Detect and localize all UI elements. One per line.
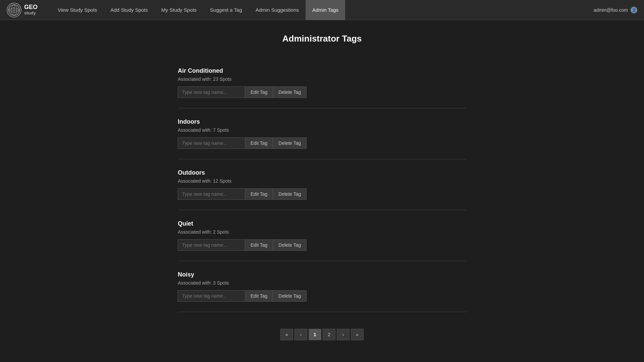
tag-name-input[interactable] xyxy=(178,239,245,251)
tag-associated: Associated with: 3 Spots xyxy=(178,280,466,286)
page-title: Administrator Tags xyxy=(178,34,466,44)
pagination-prev[interactable]: ‹ xyxy=(294,329,307,340)
tag-name-input[interactable] xyxy=(178,137,245,149)
tag-name-input[interactable] xyxy=(178,188,245,200)
nav-suggest-a-tag[interactable]: Suggest a Tag xyxy=(203,0,249,20)
tags-container: Air Conditioned Associated with: 23 Spot… xyxy=(178,57,466,312)
nav-add-study-spots[interactable]: Add Study Spots xyxy=(104,0,155,20)
nav-links: View Study Spots Add Study Spots My Stud… xyxy=(51,0,594,20)
tag-name: Noisy xyxy=(178,271,466,278)
edit-tag-button[interactable]: Edit Tag xyxy=(245,188,273,200)
tag-actions: Edit Tag Delete Tag xyxy=(178,239,466,251)
tag-section: Noisy Associated with: 3 Spots Edit Tag … xyxy=(178,261,466,312)
tag-name: Indoors xyxy=(178,118,466,125)
main-content: Administrator Tags Air Conditioned Assoc… xyxy=(171,20,473,362)
pagination-page-2[interactable]: 2 xyxy=(323,329,335,340)
edit-tag-button[interactable]: Edit Tag xyxy=(245,137,273,149)
nav-admin-suggestions[interactable]: Admin Suggestions xyxy=(249,0,306,20)
tag-name: Quiet xyxy=(178,220,466,227)
edit-tag-button[interactable]: Edit Tag xyxy=(245,290,273,302)
edit-tag-button[interactable]: Edit Tag xyxy=(245,239,273,251)
tag-associated: Associated with: 2 Spots xyxy=(178,229,466,235)
tag-actions: Edit Tag Delete Tag xyxy=(178,137,466,149)
tag-name: Outdoors xyxy=(178,169,466,176)
tag-associated: Associated with: 23 Spots xyxy=(178,76,466,82)
tag-section: Quiet Associated with: 2 Spots Edit Tag … xyxy=(178,210,466,261)
pagination-next[interactable]: › xyxy=(337,329,350,340)
tag-name-input[interactable] xyxy=(178,290,245,302)
nav-user: admin@foo.com 👤 xyxy=(594,7,637,13)
pagination-page-1[interactable]: 1 xyxy=(309,329,321,340)
user-icon: 👤 xyxy=(631,7,637,13)
pagination-last[interactable]: » xyxy=(351,329,364,340)
delete-tag-button[interactable]: Delete Tag xyxy=(273,239,307,251)
tag-name: Air Conditioned xyxy=(178,67,466,74)
pagination-first[interactable]: « xyxy=(280,329,293,340)
delete-tag-button[interactable]: Delete Tag xyxy=(273,188,307,200)
tag-actions: Edit Tag Delete Tag xyxy=(178,290,466,302)
delete-tag-button[interactable]: Delete Tag xyxy=(273,290,307,302)
nav-admin-tags[interactable]: Admin Tags xyxy=(306,0,345,20)
tag-section: Air Conditioned Associated with: 23 Spot… xyxy=(178,57,466,108)
tag-section: Outdoors Associated with: 12 Spots Edit … xyxy=(178,159,466,210)
logo-svg xyxy=(8,4,20,16)
delete-tag-button[interactable]: Delete Tag xyxy=(273,137,307,149)
edit-tag-button[interactable]: Edit Tag xyxy=(245,86,273,98)
tag-actions: Edit Tag Delete Tag xyxy=(178,86,466,98)
delete-tag-button[interactable]: Delete Tag xyxy=(273,86,307,98)
tag-actions: Edit Tag Delete Tag xyxy=(178,188,466,200)
user-email: admin@foo.com xyxy=(594,7,628,13)
logo-icon xyxy=(7,3,21,17)
nav-my-study-spots[interactable]: My Study Spots xyxy=(155,0,203,20)
logo-geo-text: GEO xyxy=(24,4,38,11)
logo[interactable]: GEO study xyxy=(7,3,38,17)
nav-view-study-spots[interactable]: View Study Spots xyxy=(51,0,104,20)
logo-study-text: study xyxy=(24,11,38,15)
navbar: GEO study View Study Spots Add Study Spo… xyxy=(0,0,644,20)
pagination: « ‹ 1 2 › » xyxy=(178,329,466,354)
tag-associated: Associated with: 12 Spots xyxy=(178,178,466,184)
tag-associated: Associated with: 7 Spots xyxy=(178,127,466,133)
tag-section: Indoors Associated with: 7 Spots Edit Ta… xyxy=(178,108,466,159)
tag-name-input[interactable] xyxy=(178,86,245,98)
